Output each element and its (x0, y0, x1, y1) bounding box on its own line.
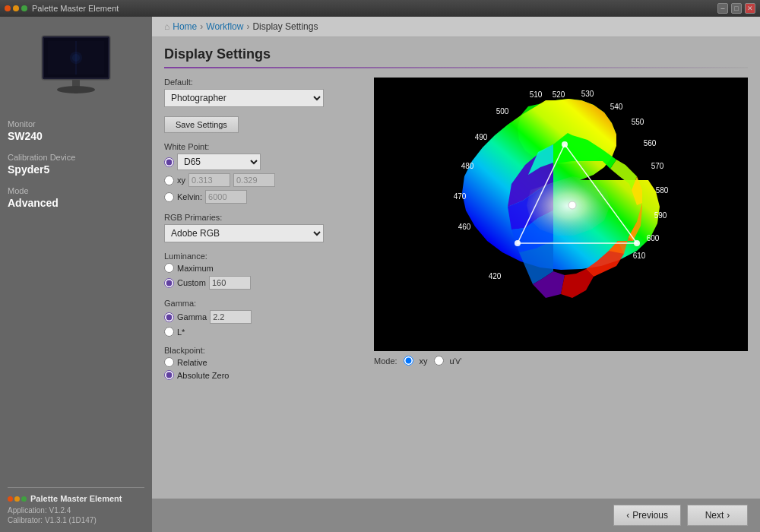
gamma-input[interactable] (210, 310, 252, 324)
luminance-label: Luminance: (164, 252, 362, 261)
maximize-button[interactable]: □ (731, 3, 742, 14)
svg-point-14 (634, 240, 640, 246)
mode-xy-label: xy (420, 356, 428, 366)
blackpoint-absolute-radio[interactable] (164, 370, 174, 380)
mode-xy-radio[interactable] (404, 356, 413, 366)
svg-text:530: 530 (581, 90, 594, 98)
luminance-custom-radio[interactable] (164, 278, 174, 288)
settings-panel: Default: Photographer sRGB Adobe RGB Cus… (164, 78, 362, 499)
mode-uv-radio[interactable] (434, 356, 444, 366)
whitepoint-field-group: White Point: D65 D50 D55 D75 Native (164, 142, 362, 204)
gamma-value-label: Gamma (177, 312, 207, 321)
mode-label: Mode: (374, 356, 397, 366)
svg-text:460: 460 (458, 223, 471, 231)
mode-value: Advanced (8, 197, 144, 209)
calibration-label: Calibration Device (8, 153, 144, 162)
window-controls: – □ ✕ (717, 3, 755, 14)
svg-text:520: 520 (553, 90, 565, 99)
whitepoint-xy-radio[interactable] (164, 176, 174, 185)
gamma-value-radio[interactable] (164, 312, 174, 322)
previous-label: Previous (632, 510, 668, 521)
sidebar-footer: Palette Master Element Application: V1.2… (8, 487, 144, 524)
luminance-max-label: Maximum (177, 264, 214, 273)
main-area: ⌂ Home › Workflow › Display Settings Dis… (152, 17, 760, 532)
home-icon: ⌂ (164, 21, 169, 32)
xy-x-input[interactable] (188, 173, 230, 187)
bottom-bar: ‹ Previous Next › (152, 499, 760, 532)
blackpoint-absolute-label: Absolute Zero (177, 371, 229, 380)
monitor-value: SW240 (8, 130, 144, 142)
mode-uv-label: u'v' (450, 356, 462, 366)
palette-dots (5, 4, 32, 13)
whitepoint-label: White Point: (164, 142, 362, 151)
luminance-field-group: Luminance: Maximum Custom (164, 252, 362, 290)
svg-text:560: 560 (644, 139, 657, 147)
next-label: Next (705, 510, 724, 521)
mode-bar: Mode: xy u'v' (374, 351, 748, 370)
save-settings-button[interactable]: Save Settings (164, 116, 239, 133)
gamma-label: Gamma: (164, 299, 362, 308)
svg-text:610: 610 (633, 252, 646, 260)
svg-text:590: 590 (654, 211, 667, 220)
app-version2: Calibrator: V1.3.1 (1D147) (8, 516, 144, 524)
previous-button[interactable]: ‹ Previous (613, 505, 681, 526)
close-button[interactable]: ✕ (745, 3, 755, 14)
svg-point-3 (57, 86, 95, 93)
calibration-value: Spyder5 (8, 163, 144, 176)
svg-text:550: 550 (632, 118, 644, 126)
svg-text:540: 540 (610, 103, 623, 111)
kelvin-input[interactable] (205, 190, 247, 204)
gamma-field-group: Gamma: Gamma L* (164, 299, 362, 337)
whitepoint-kelvin-radio[interactable] (164, 192, 174, 202)
svg-text:510: 510 (530, 90, 543, 99)
svg-point-15 (515, 240, 521, 246)
whitepoint-d65-radio[interactable] (164, 157, 174, 167)
next-button[interactable]: Next › (687, 505, 748, 526)
blackpoint-relative-label: Relative (177, 358, 207, 367)
kelvin-label: Kelvin: (177, 192, 202, 201)
gamma-lstar-radio[interactable] (164, 327, 174, 337)
default-field-group: Default: Photographer sRGB Adobe RGB Cus… (164, 78, 362, 107)
page-title: Display Settings (164, 46, 748, 62)
default-select[interactable]: Photographer sRGB Adobe RGB Custom (164, 89, 324, 107)
blackpoint-label: Blackpoint: (164, 346, 362, 355)
mode-label: Mode (8, 186, 144, 195)
chromaticity-diagram: 520 530 540 550 560 570 580 590 600 610 … (374, 78, 748, 351)
whitepoint-xy-label: xy (177, 176, 185, 185)
breadcrumb-home[interactable]: Home (173, 21, 197, 32)
breadcrumb: ⌂ Home › Workflow › Display Settings (152, 17, 760, 37)
monitor-graphic (34, 32, 118, 97)
svg-text:600: 600 (647, 234, 660, 242)
svg-text:580: 580 (656, 186, 669, 195)
xy-y-input[interactable] (233, 173, 275, 187)
luminance-value-input[interactable] (209, 276, 251, 290)
luminance-max-radio[interactable] (164, 263, 174, 273)
breadcrumb-workflow[interactable]: Workflow (206, 21, 243, 32)
app-version1: Application: V1.2.4 (8, 506, 144, 515)
svg-text:570: 570 (651, 162, 664, 170)
title-bar-text: Palette Master Element (32, 4, 119, 13)
blackpoint-field-group: Blackpoint: Relative Absolute Zero (164, 346, 362, 380)
svg-text:470: 470 (454, 192, 467, 201)
svg-text:500: 500 (496, 107, 509, 116)
content-area: Display Settings Default: Photographer s… (152, 37, 760, 499)
sidebar: Monitor SW240 Calibration Device Spyder5… (0, 17, 152, 532)
gamma-lstar-label: L* (177, 328, 185, 337)
svg-point-11 (568, 201, 576, 209)
breadcrumb-current: Display Settings (252, 21, 318, 32)
rgb-select[interactable]: Adobe RGB sRGB DCI-P3 Custom (164, 224, 324, 242)
title-bar: Palette Master Element – □ ✕ (0, 0, 760, 17)
blackpoint-relative-radio[interactable] (164, 357, 174, 367)
svg-point-13 (562, 141, 568, 147)
title-divider (164, 67, 748, 68)
minimize-button[interactable]: – (717, 3, 728, 14)
default-label: Default: (164, 78, 362, 87)
content-row: Default: Photographer sRGB Adobe RGB Cus… (164, 78, 748, 499)
next-chevron-icon: › (727, 510, 730, 521)
svg-text:420: 420 (489, 272, 502, 280)
svg-text:480: 480 (461, 162, 474, 170)
previous-chevron-icon: ‹ (626, 510, 629, 521)
rgb-field-group: RGB Primaries: Adobe RGB sRGB DCI-P3 Cus… (164, 213, 362, 242)
whitepoint-select[interactable]: D65 D50 D55 D75 Native (177, 154, 261, 170)
luminance-custom-label: Custom (177, 278, 206, 287)
